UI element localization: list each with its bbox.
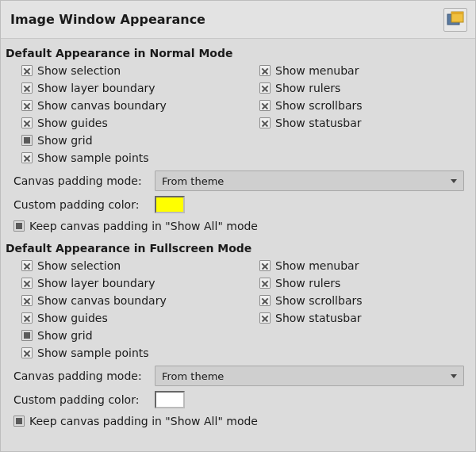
checkbox-icon[interactable] — [259, 65, 271, 76]
checkbox-icon[interactable] — [259, 117, 271, 128]
custom-color-label: Custom padding color: — [13, 393, 148, 406]
checkbox-icon[interactable] — [259, 100, 271, 111]
checkbox-icon[interactable] — [259, 295, 271, 306]
normal-options-grid: Show selection Show menubar Show layer b… — [6, 63, 467, 166]
select-value: From theme — [162, 370, 224, 382]
checkbox-icon[interactable] — [21, 65, 33, 76]
custom-color-label: Custom padding color: — [13, 198, 148, 211]
section-fullscreen-mode: Default Appearance in Fullscreen Mode Sh… — [1, 234, 475, 429]
section-normal-title: Default Appearance in Normal Mode — [6, 47, 467, 59]
keep-padding-label: Keep canvas padding in "Show All" mode — [29, 220, 258, 232]
appearance-icon — [443, 8, 467, 32]
fullscreen-opt-show-grid[interactable]: Show grid — [21, 328, 259, 343]
fullscreen-opt-show-sample-points[interactable]: Show sample points — [21, 345, 259, 361]
keep-padding-label: Keep canvas padding in "Show All" mode — [29, 415, 258, 427]
fullscreen-opt-show-statusbar[interactable]: Show statusbar — [259, 310, 467, 326]
fullscreen-custom-color-row: Custom padding color: — [6, 386, 467, 408]
fullscreen-opt-show-selection[interactable]: Show selection — [21, 258, 259, 274]
padding-mode-label: Canvas padding mode: — [13, 174, 148, 187]
chevron-down-icon — [451, 179, 457, 183]
checkbox-icon[interactable] — [21, 117, 33, 128]
fullscreen-custom-color-swatch[interactable] — [155, 391, 185, 408]
normal-opt-show-selection[interactable]: Show selection — [21, 63, 259, 79]
checkbox-icon[interactable] — [21, 100, 33, 111]
normal-opt-show-grid[interactable]: Show grid — [21, 132, 259, 148]
select-value: From theme — [162, 175, 224, 187]
checkbox-icon[interactable] — [21, 278, 33, 289]
fullscreen-opt-show-scrollbars[interactable]: Show scrollbars — [259, 293, 467, 308]
checkbox-icon[interactable] — [259, 260, 271, 271]
normal-opt-show-statusbar[interactable]: Show statusbar — [259, 115, 467, 131]
checkbox-icon[interactable] — [259, 312, 271, 324]
fullscreen-opt-show-menubar[interactable]: Show menubar — [259, 258, 467, 274]
checkbox-icon[interactable] — [21, 295, 33, 306]
preferences-panel: Image Window Appearance Default Appearan… — [0, 0, 476, 452]
normal-keep-padding-row[interactable]: Keep canvas padding in "Show All" mode — [6, 213, 467, 232]
checkbox-icon[interactable] — [21, 152, 33, 163]
panel-title: Image Window Appearance — [10, 12, 205, 27]
normal-opt-show-guides[interactable]: Show guides — [21, 115, 259, 131]
normal-opt-show-canvas-boundary[interactable]: Show canvas boundary — [21, 98, 259, 113]
normal-custom-color-row: Custom padding color: — [6, 191, 467, 213]
checkbox-icon[interactable] — [21, 330, 33, 341]
fullscreen-padding-mode-select[interactable]: From theme — [155, 366, 464, 386]
checkbox-icon[interactable] — [259, 278, 271, 289]
panel-header: Image Window Appearance — [1, 1, 475, 39]
normal-opt-show-menubar[interactable]: Show menubar — [259, 63, 467, 79]
fullscreen-opt-show-canvas-boundary[interactable]: Show canvas boundary — [21, 293, 259, 308]
section-fullscreen-title: Default Appearance in Fullscreen Mode — [6, 242, 467, 255]
fullscreen-keep-padding-row[interactable]: Keep canvas padding in "Show All" mode — [6, 408, 467, 427]
normal-opt-show-sample-points[interactable]: Show sample points — [21, 150, 259, 166]
fullscreen-opt-show-rulers[interactable]: Show rulers — [259, 275, 467, 291]
normal-padding-mode-row: Canvas padding mode: From theme — [6, 166, 467, 191]
normal-opt-show-scrollbars[interactable]: Show scrollbars — [259, 98, 467, 113]
chevron-down-icon — [451, 374, 457, 378]
padding-mode-label: Canvas padding mode: — [13, 370, 148, 382]
checkbox-icon[interactable] — [259, 82, 271, 94]
checkbox-icon[interactable] — [21, 260, 33, 271]
normal-opt-show-rulers[interactable]: Show rulers — [259, 80, 467, 96]
checkbox-icon[interactable] — [21, 312, 33, 324]
checkbox-icon[interactable] — [21, 82, 33, 94]
normal-opt-show-layer-boundary[interactable]: Show layer boundary — [21, 80, 259, 96]
normal-padding-mode-select[interactable]: From theme — [155, 170, 464, 191]
fullscreen-options-grid: Show selection Show menubar Show layer b… — [6, 258, 467, 361]
fullscreen-opt-show-layer-boundary[interactable]: Show layer boundary — [21, 275, 259, 291]
svg-rect-2 — [451, 12, 463, 14]
checkbox-icon[interactable] — [21, 135, 33, 146]
fullscreen-opt-show-guides[interactable]: Show guides — [21, 310, 259, 326]
checkbox-icon[interactable] — [13, 220, 25, 232]
fullscreen-padding-mode-row: Canvas padding mode: From theme — [6, 361, 467, 386]
checkbox-icon[interactable] — [13, 416, 25, 427]
checkbox-icon[interactable] — [21, 347, 33, 358]
normal-custom-color-swatch[interactable] — [155, 196, 185, 213]
section-normal-mode: Default Appearance in Normal Mode Show s… — [1, 39, 475, 234]
